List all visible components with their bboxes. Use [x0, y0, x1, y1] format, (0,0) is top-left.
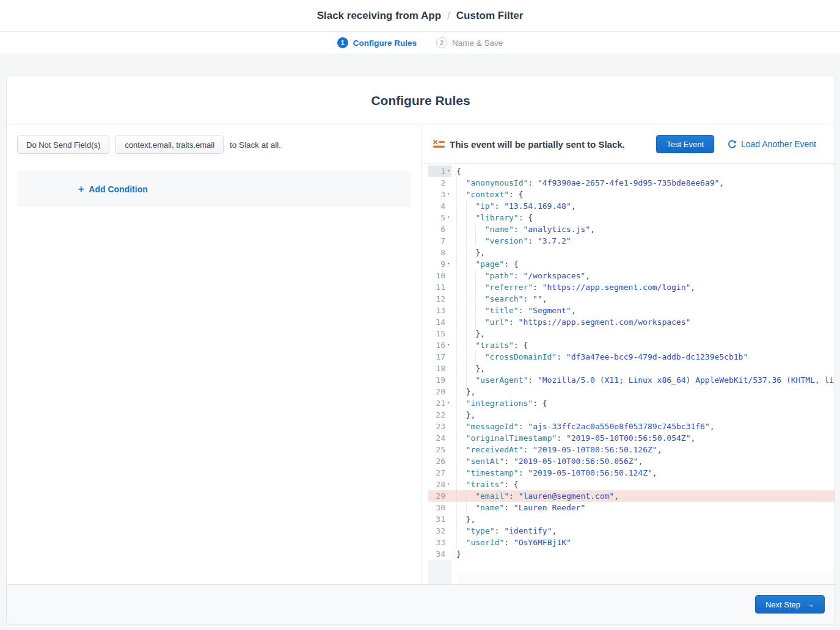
code-line: }, — [451, 363, 835, 374]
line-number: 27 — [428, 467, 451, 479]
code-line: "anonymousId": "4f9390ae-2657-4fe1-9d95-… — [451, 177, 835, 189]
code-line: "integrations": { — [451, 397, 835, 409]
code-line: } — [451, 548, 835, 560]
code-line: "timestamp": "2019-05-10T00:56:50.124Z", — [451, 467, 835, 479]
line-number: 12 — [428, 293, 451, 305]
fold-arrow-icon[interactable]: ▾ — [445, 212, 451, 223]
next-step-label: Next Step — [765, 600, 800, 609]
add-condition-button[interactable]: + Add Condition — [78, 184, 148, 194]
code-line: }, — [451, 409, 835, 421]
step-number-badge: 1 — [337, 37, 348, 48]
json-event-editor[interactable]: 1▾23▾45▾6789▾10111213141516▾1718192021▾2… — [428, 164, 835, 584]
horizontal-scrollbar[interactable] — [458, 576, 835, 584]
line-number: 17 — [428, 351, 451, 363]
rule-suffix-text: to Slack at all. — [230, 140, 281, 150]
code-line: "receivedAt": "2019-05-10T00:56:50.126Z"… — [451, 444, 835, 455]
code-line: "userAgent": "Mozilla/5.0 (X11; Linux x8… — [451, 374, 835, 386]
configure-rules-card: Configure Rules Do Not Send Field(s) con… — [6, 76, 835, 625]
arrow-right-icon: → — [806, 599, 814, 609]
partial-filter-icon — [433, 139, 445, 150]
line-number: 22 — [428, 409, 451, 421]
step-name-and-save[interactable]: 2 Name & Save — [436, 37, 503, 48]
line-number: 8 — [428, 247, 451, 258]
fold-arrow-icon[interactable]: ▾ — [445, 397, 451, 409]
do-not-send-fields-button[interactable]: Do Not Send Field(s) — [17, 136, 109, 154]
line-number: 31 — [428, 513, 451, 525]
code-line: "type": "identify", — [451, 525, 835, 537]
line-number: 25 — [428, 444, 451, 455]
rule-row: Do Not Send Field(s) context.email, trai… — [17, 136, 422, 154]
line-number: 19 — [428, 374, 451, 386]
line-number: 29 — [428, 490, 451, 502]
code-line: }, — [451, 513, 835, 525]
load-another-event-label: Load Another Event — [741, 139, 816, 149]
line-number: 13 — [428, 305, 451, 316]
code-line: "traits": { — [451, 339, 835, 351]
line-number: 21▾ — [428, 397, 451, 409]
line-number: 1▾ — [428, 165, 451, 177]
gutter-filler — [428, 560, 451, 584]
code-line: "ip": "13.54.169.48", — [451, 200, 835, 212]
next-step-button[interactable]: Next Step → — [755, 595, 825, 614]
line-number: 33 — [428, 537, 451, 548]
line-number: 26 — [428, 455, 451, 467]
code-line: }, — [451, 386, 835, 397]
code-line: "email": "lauren@segment.com", — [451, 490, 835, 502]
fold-arrow-icon[interactable]: ▾ — [445, 479, 451, 490]
code-line: "library": { — [451, 212, 835, 223]
card-header: Configure Rules — [7, 76, 835, 125]
line-number: 2 — [428, 177, 451, 189]
code-line: "originalTimestamp": "2019-05-10T00:56:5… — [451, 432, 835, 444]
code-line: "version": "3.7.2" — [451, 235, 835, 247]
editor-code: {"anonymousId": "4f9390ae-2657-4fe1-9d95… — [451, 164, 835, 584]
fields-list-button[interactable]: context.email, traits.email — [115, 136, 224, 154]
line-number: 7 — [428, 235, 451, 247]
code-line: "userId": "OsY6MFBj1K" — [451, 537, 835, 548]
code-line: "context": { — [451, 189, 835, 200]
code-line: "name": "analytics.js", — [451, 223, 835, 235]
code-line: "messageId": "ajs-33ffc2ac0a550e8f053789… — [451, 421, 835, 432]
line-number: 4 — [428, 200, 451, 212]
breadcrumb-secondary: Custom Filter — [456, 10, 524, 22]
code-line: "page": { — [451, 258, 835, 270]
breadcrumb-primary: Slack receiving from App — [317, 10, 441, 22]
step-label: Name & Save — [452, 38, 503, 48]
fold-arrow-icon[interactable]: ▾ — [445, 165, 451, 177]
step-number-badge: 2 — [436, 37, 447, 48]
line-number: 15 — [428, 328, 451, 339]
code-line: { — [451, 165, 835, 177]
event-preview-header: This event will be partially sent to Sla… — [422, 125, 835, 164]
line-number: 23 — [428, 421, 451, 432]
code-line: "crossDomainId": "df3a47ee-bcc9-479d-add… — [451, 351, 835, 363]
line-number: 18 — [428, 363, 451, 374]
line-number: 11 — [428, 281, 451, 293]
card-footer: Next Step → — [7, 584, 835, 624]
line-number: 3▾ — [428, 189, 451, 200]
step-label: Configure Rules — [353, 38, 417, 48]
code-line: "title": "Segment", — [451, 305, 835, 316]
line-number: 32 — [428, 525, 451, 537]
line-number: 30 — [428, 502, 451, 513]
code-line: "name": "Lauren Reeder" — [451, 502, 835, 513]
test-event-button[interactable]: Test Event — [656, 135, 714, 153]
page-title: Configure Rules — [371, 93, 470, 108]
line-number: 16▾ — [428, 339, 451, 351]
refresh-icon — [728, 140, 737, 149]
code-line: "path": "/workspaces", — [451, 270, 835, 281]
line-number: 20 — [428, 386, 451, 397]
add-condition-box: + Add Condition — [17, 171, 411, 207]
stepper: 1 Configure Rules 2 Name & Save — [0, 32, 840, 54]
code-line: }, — [451, 247, 835, 258]
code-line: "referrer": "https://app.segment.com/log… — [451, 281, 835, 293]
step-configure-rules[interactable]: 1 Configure Rules — [337, 37, 417, 48]
editor-gutter: 1▾23▾45▾6789▾10111213141516▾1718192021▾2… — [428, 164, 451, 584]
event-preview-panel: This event will be partially sent to Sla… — [422, 125, 835, 584]
load-another-event-link[interactable]: Load Another Event — [728, 139, 816, 149]
fold-arrow-icon[interactable]: ▾ — [445, 189, 451, 200]
code-line: }, — [451, 328, 835, 339]
code-line: "sentAt": "2019-05-10T00:56:50.056Z", — [451, 455, 835, 467]
fold-arrow-icon[interactable]: ▾ — [445, 339, 451, 351]
code-line: "url": "https://app.segment.com/workspac… — [451, 316, 835, 328]
event-status-text: This event will be partially sent to Sla… — [450, 139, 625, 150]
fold-arrow-icon[interactable]: ▾ — [445, 258, 451, 270]
